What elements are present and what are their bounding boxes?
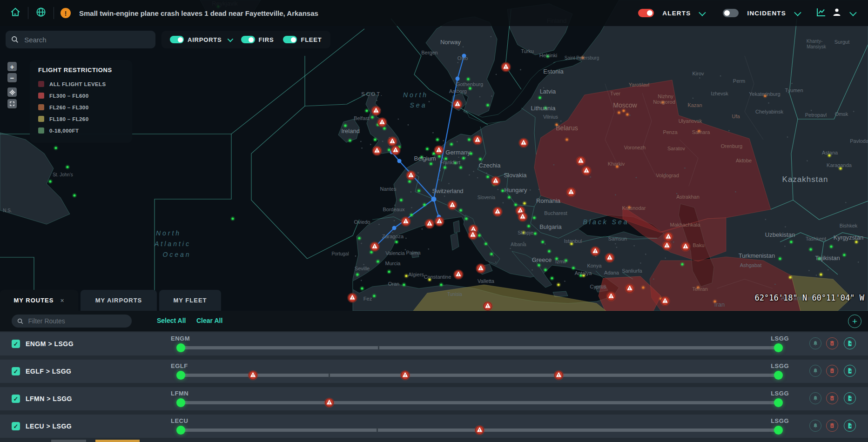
airport-dot-green[interactable] (66, 166, 68, 168)
airport-dot-green[interactable] (444, 166, 446, 168)
warning-icon[interactable] (660, 296, 670, 306)
airport-dot-green[interactable] (231, 217, 234, 220)
warning-icon[interactable] (566, 187, 576, 197)
airport-dot-green[interactable] (440, 283, 442, 286)
tab-my-fleet[interactable]: MY FLEET (159, 290, 221, 311)
airport-dot-green[interactable] (371, 116, 373, 118)
airport-dot-green[interactable] (541, 241, 544, 243)
warning-icon[interactable] (518, 138, 529, 148)
warning-icon[interactable] (605, 253, 615, 263)
warning-icon[interactable] (424, 219, 435, 229)
airport-dot-green[interactable] (479, 158, 481, 160)
timeline-warning-icon[interactable] (324, 397, 335, 408)
layer-toggle-airports[interactable]: AIRPORTS (170, 36, 232, 43)
airport-dot-green[interactable] (430, 162, 432, 165)
delete-route-button[interactable] (826, 337, 838, 349)
timeline-arrival-dot[interactable] (774, 343, 783, 352)
export-route-button[interactable] (844, 392, 856, 404)
notify-bell-button[interactable] (809, 420, 821, 432)
map-plus-button[interactable]: + (7, 62, 17, 71)
route-label[interactable]: ENGM > LSGG (26, 340, 74, 348)
map-minus-button[interactable]: − (7, 73, 17, 82)
warning-icon[interactable] (663, 232, 673, 242)
airport-dot-green[interactable] (344, 124, 346, 127)
warning-icon[interactable] (453, 269, 464, 280)
airport-dot-green[interactable] (403, 283, 405, 286)
route-timeline-track[interactable] (181, 374, 778, 377)
airport-dot-green[interactable] (358, 237, 360, 239)
export-route-button[interactable] (844, 420, 856, 432)
airport-dot-green[interactable] (73, 194, 75, 196)
airport-dot-green[interactable] (361, 287, 363, 289)
airport-dot-yellow[interactable] (820, 273, 822, 275)
route-label[interactable]: LFMN > LSGG (26, 395, 72, 402)
airport-dot-green[interactable] (423, 203, 425, 206)
close-tab-icon[interactable]: × (60, 297, 64, 304)
airport-dot-green[interactable] (459, 209, 462, 211)
toggle-pill[interactable] (170, 36, 184, 43)
warning-icon[interactable] (491, 176, 501, 186)
tab-my-routes[interactable]: MY ROUTES× (0, 290, 78, 311)
timeline-warning-icon[interactable] (474, 425, 485, 435)
airport-dot-green[interactable] (426, 147, 428, 150)
city-dot-orange[interactable] (565, 138, 568, 141)
timeline-arrival-dot[interactable] (774, 398, 783, 407)
airport-dot-green[interactable] (438, 155, 440, 157)
route-checkbox[interactable]: ✓ (12, 395, 20, 403)
delete-route-button[interactable] (826, 392, 838, 404)
airport-dot-green[interactable] (462, 157, 464, 159)
notify-bell-button[interactable] (809, 365, 821, 377)
warning-icon[interactable] (401, 216, 411, 227)
warning-icon[interactable] (483, 301, 493, 311)
city-dot-orange[interactable] (626, 113, 628, 115)
route-timeline-track[interactable] (181, 346, 778, 349)
city-dot-orange[interactable] (642, 286, 644, 288)
airport-dot-green[interactable] (790, 241, 792, 243)
news-ticker[interactable]: Small twin-engine plane crash leaves 1 d… (79, 9, 318, 17)
tab-my-airports[interactable]: MY AIRPORTS (81, 290, 157, 311)
airport-dot-green[interactable] (49, 180, 51, 182)
airport-dot-green[interactable] (408, 180, 410, 182)
timeline-departure-dot[interactable] (176, 398, 185, 407)
airport-dot-green[interactable] (551, 277, 553, 279)
airport-dot-green[interactable] (538, 264, 540, 266)
airport-dot-green[interactable] (377, 260, 379, 262)
airport-dot-green[interactable] (490, 253, 492, 255)
warning-icon[interactable] (518, 212, 528, 222)
select-all-button[interactable]: Select All (157, 317, 186, 324)
warning-icon[interactable] (662, 241, 672, 251)
warning-icon[interactable] (434, 216, 444, 227)
toggle-pill[interactable] (241, 36, 255, 43)
chevron-down-icon[interactable] (699, 9, 707, 16)
airport-dot-green[interactable] (533, 216, 535, 219)
warning-icon[interactable] (468, 230, 478, 240)
airport-dot-green[interactable] (538, 96, 541, 99)
timeline-departure-dot[interactable] (176, 371, 185, 380)
timeline-departure-dot[interactable] (176, 343, 185, 352)
toggle-pill[interactable] (283, 36, 297, 43)
airport-dot-green[interactable] (54, 147, 57, 149)
warning-icon[interactable] (606, 291, 616, 301)
warning-icon[interactable] (387, 136, 397, 147)
airport-dot-green[interactable] (395, 241, 397, 243)
timeline-warning-icon[interactable] (553, 370, 564, 381)
route-waypoint[interactable] (456, 77, 460, 81)
airport-dot-yellow[interactable] (789, 276, 791, 278)
warning-icon[interactable] (371, 106, 381, 116)
airport-dot-green[interactable] (465, 217, 467, 220)
airport-dot-green[interactable] (400, 199, 402, 201)
map-locate-button[interactable] (7, 87, 17, 97)
airport-dot-green[interactable] (356, 273, 358, 275)
warning-icon[interactable] (447, 200, 458, 210)
airport-dot-green[interactable] (365, 109, 368, 112)
airport-dot-yellow[interactable] (523, 202, 525, 204)
airport-dot-green[interactable] (486, 104, 489, 106)
airport-dot-green[interactable] (388, 270, 390, 273)
warning-icon[interactable] (501, 62, 511, 72)
airport-dot-green[interactable] (548, 250, 550, 252)
airport-dot-green[interactable] (349, 139, 351, 141)
timeline-warning-icon[interactable] (400, 370, 410, 381)
delete-route-button[interactable] (826, 420, 838, 432)
delete-route-button[interactable] (826, 365, 838, 377)
airport-dot-green[interactable] (779, 257, 781, 260)
